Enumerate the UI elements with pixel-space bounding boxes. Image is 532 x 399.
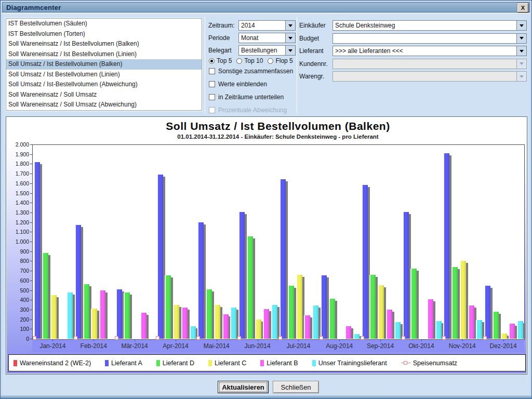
chart-type-item[interactable]: Soll Umsatz / Ist Bestellvolumen (Linien… (6, 70, 202, 80)
radio-option[interactable]: Top 10 (236, 57, 263, 64)
radio-label: Top 10 (244, 57, 263, 64)
chevron-down-icon (516, 72, 526, 81)
chevron-down-icon[interactable] (285, 33, 295, 43)
legend-item: Unser Trainingslieferant (312, 360, 387, 367)
y-axis-label: 1.200 (6, 219, 29, 225)
budget-combobox[interactable] (332, 33, 527, 44)
speisenumsatz-marker (196, 336, 200, 340)
y-axis-tick (30, 310, 32, 310)
radio-label: Flop 5 (275, 57, 292, 64)
chevron-down-icon[interactable] (516, 46, 526, 56)
speisenumsatz-marker (442, 336, 446, 340)
einkaeufer-row: EinkäuferSchule Denksteinweg (299, 20, 527, 31)
y-axis-label: 1.600 (6, 180, 29, 187)
zeitraum-combobox[interactable]: 2014 (238, 20, 296, 31)
lieferant-combobox[interactable]: >>> alle Lieferanten <<< (332, 46, 527, 56)
y-axis-tick (30, 242, 32, 242)
speisenumsatz-marker (33, 336, 36, 340)
chevron-down-icon (516, 59, 526, 69)
bar (140, 313, 147, 339)
speisenumsatz-marker (74, 336, 77, 340)
bar (501, 334, 507, 339)
chart-type-item[interactable]: Soll Umsatz / Ist Bestellvolumen (Balken… (6, 59, 202, 70)
aktualisieren-label: Aktualisieren (222, 383, 264, 391)
aktualisieren-button[interactable]: Aktualisieren (218, 381, 269, 393)
bar (427, 299, 433, 339)
chart-type-item[interactable]: IST Bestellvolumen (Säulen) (6, 19, 202, 29)
belegart-combobox[interactable]: Bestellungen (238, 45, 296, 56)
chevron-down-icon[interactable] (285, 21, 295, 30)
schliessen-button[interactable]: Schließen (273, 381, 319, 393)
y-axis-tick (30, 154, 32, 155)
bar (362, 185, 368, 339)
bar (517, 321, 523, 339)
einkaeufer-combobox[interactable]: Schule Denksteinweg (332, 20, 527, 31)
y-axis-tick (30, 320, 32, 320)
bar (288, 286, 294, 339)
chart-type-listbox[interactable]: IST Bestellvolumen (Säulen)IST Bestellvo… (6, 18, 202, 111)
budget-label: Budget (299, 35, 332, 42)
y-axis-tick (30, 290, 32, 291)
bar (238, 212, 245, 339)
x-axis-label: Aug-2014 (318, 342, 360, 350)
radio-option[interactable]: Flop 5 (268, 57, 292, 64)
bar (509, 324, 515, 339)
chevron-down-icon[interactable] (516, 21, 526, 30)
x-axis-tick (421, 339, 422, 341)
checkbox-option[interactable]: Werte einblenden (209, 81, 293, 88)
kundennr-combobox (332, 59, 527, 69)
y-axis-tick (30, 164, 32, 164)
window-content: IST Bestellvolumen (Säulen)IST Bestellvo… (2, 13, 530, 397)
radio-icon (236, 58, 242, 64)
bar (476, 320, 482, 339)
diagrammcenter-window: Diagrammcenter X IST Bestellvolumen (Säu… (0, 0, 532, 399)
chevron-down-icon[interactable] (285, 46, 295, 55)
y-axis-tick (30, 271, 32, 271)
chart-type-item[interactable]: IST Bestellvolumen (Torten) (6, 29, 202, 39)
chevron-glyph (520, 50, 524, 52)
checkbox-label: Sonstige zusammenfassen (218, 68, 293, 75)
zeitraum-value: 2014 (239, 21, 285, 30)
y-axis-tick (30, 193, 32, 194)
legend-label: Lieferant B (267, 360, 298, 367)
y-axis-tick (30, 174, 32, 174)
chart-type-item[interactable]: Soll Umsatz / Ist-Bestellvolumen (Abweic… (6, 79, 202, 90)
lieferant-value: >>> alle Lieferanten <<< (333, 46, 516, 56)
bar (353, 334, 360, 339)
chevron-glyph (520, 37, 524, 39)
periode-combobox[interactable]: Monat (238, 33, 296, 43)
bar (296, 275, 302, 339)
chevron-glyph (520, 75, 524, 78)
speisenumsatz-marker (361, 336, 364, 340)
checkbox-option[interactable]: Sonstige zusammenfassen (209, 68, 293, 75)
checkbox-option[interactable]: in Zeiträume unterteilen (209, 94, 293, 101)
y-axis-label: 700 (6, 268, 29, 274)
bar (190, 326, 196, 339)
bar (165, 275, 171, 339)
chart-type-item[interactable]: Soll Wareneinsatz / Ist Bestellvolumen (… (6, 39, 202, 49)
chart-type-item[interactable]: Soll Wareneinsatz / Soll Umsatz (6, 90, 202, 100)
x-axis-label: Jan-2014 (32, 342, 73, 350)
y-axis-label: 1.500 (6, 190, 29, 196)
x-axis-label: Apr-2014 (155, 342, 196, 350)
bar (394, 322, 401, 339)
x-axis-label: Feb-2014 (73, 342, 114, 350)
bar (329, 299, 335, 339)
window-title: Diagrammcenter (3, 4, 61, 11)
line-marker-icon (401, 360, 410, 366)
y-axis-label: 0 (6, 336, 29, 342)
chart-type-item[interactable]: Soll Wareneinsatz / Soll Umsatz (Abweich… (6, 100, 202, 110)
lieferant-row: Lieferant>>> alle Lieferanten <<< (299, 46, 527, 56)
x-axis-label: Mai-2014 (196, 342, 237, 350)
warengr-row: Warengr. (299, 71, 527, 82)
chart-type-item[interactable]: Soll Wareneinsatz / Ist Bestellvolumen (… (6, 49, 202, 60)
legend-label: Lieferant C (215, 360, 246, 367)
chevron-down-icon[interactable] (516, 34, 526, 43)
titlebar[interactable]: Diagrammcenter X (2, 2, 530, 12)
bar (280, 179, 286, 339)
close-button[interactable]: X (517, 3, 528, 12)
radio-option[interactable]: Top 5 (209, 57, 232, 64)
checkbox-option: Prozentuale Abweichung (209, 107, 293, 114)
bar (255, 320, 261, 339)
legend-label: Speisenumsatz (413, 360, 457, 367)
